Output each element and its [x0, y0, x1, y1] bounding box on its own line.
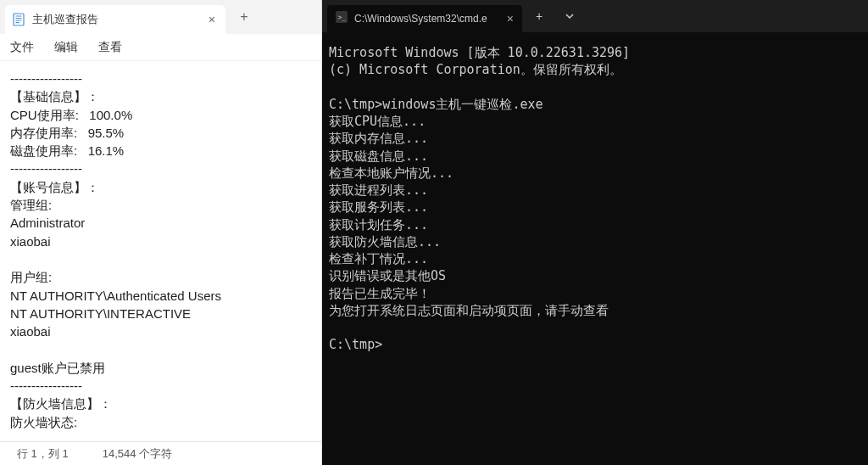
terminal-tab[interactable]: >_ C:\Windows\System32\cmd.e ×	[327, 5, 522, 32]
notepad-status-bar: 行 1，列 1 14,544 个字符	[0, 441, 321, 465]
notepad-tab-bar: 主机巡查报告 × +	[0, 0, 321, 34]
cmd-icon: >_	[336, 11, 348, 26]
new-tab-button[interactable]: +	[526, 3, 553, 30]
close-icon[interactable]: ×	[209, 13, 215, 26]
chevron-down-icon[interactable]	[556, 3, 583, 30]
notepad-window: 主机巡查报告 × + 文件 编辑 查看 ----------------- 【基…	[0, 0, 322, 465]
menu-file[interactable]: 文件	[10, 40, 34, 55]
terminal-window: >_ C:\Windows\System32\cmd.e × + Microso…	[322, 0, 868, 465]
menu-edit[interactable]: 编辑	[54, 40, 78, 55]
svg-text:>_: >_	[338, 14, 347, 21]
terminal-tab-title: C:\Windows\System32\cmd.e	[354, 13, 500, 25]
notepad-menu: 文件 编辑 查看	[0, 34, 321, 61]
status-position: 行 1，列 1	[17, 446, 69, 462]
menu-view[interactable]: 查看	[98, 40, 122, 55]
status-char-count: 14,544 个字符	[103, 446, 172, 462]
new-tab-button[interactable]: +	[232, 5, 256, 29]
notepad-text-area[interactable]: ----------------- 【基础信息】： CPU使用率: 100.0%…	[0, 61, 321, 441]
terminal-output[interactable]: Microsoft Windows [版本 10.0.22631.3296] (…	[322, 32, 868, 465]
close-icon[interactable]: ×	[507, 12, 514, 25]
notepad-tab[interactable]: 主机巡查报告 ×	[5, 5, 225, 34]
terminal-tab-bar: >_ C:\Windows\System32\cmd.e × +	[322, 0, 868, 32]
svg-rect-0	[14, 14, 24, 25]
notepad-icon	[12, 13, 25, 26]
notepad-tab-title: 主机巡查报告	[32, 12, 202, 27]
